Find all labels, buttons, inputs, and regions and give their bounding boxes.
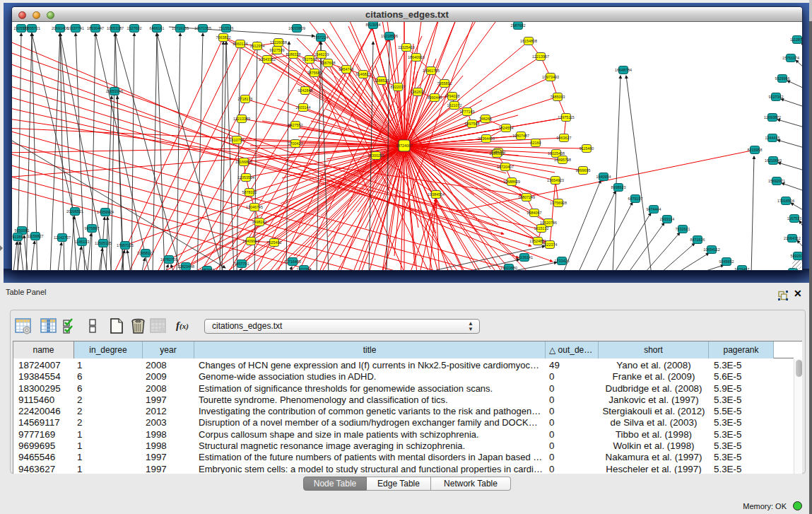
svg-text:13716485: 13716485	[284, 259, 301, 264]
svg-text:1733426: 1733426	[555, 259, 570, 263]
svg-text:16033809: 16033809	[288, 26, 305, 30]
svg-text:19218506: 19218506	[381, 34, 398, 38]
svg-text:29053346: 29053346	[106, 89, 123, 93]
svg-text:1167533: 1167533	[787, 216, 802, 221]
svg-text:18300295: 18300295	[367, 153, 384, 158]
svg-text:3913819: 3913819	[12, 235, 25, 239]
svg-text:2603144: 2603144	[296, 105, 311, 110]
svg-text:1145133: 1145133	[75, 240, 90, 244]
svg-text:7632621: 7632621	[676, 227, 690, 231]
svg-text:19166825: 19166825	[235, 160, 252, 164]
svg-text:18724007: 18724007	[396, 144, 413, 148]
svg-text:16648784: 16648784	[615, 68, 632, 72]
svg-text:9777169: 9777169	[460, 110, 475, 114]
svg-text:6479197: 6479197	[628, 197, 643, 201]
svg-text:19756928: 19756928	[550, 201, 567, 205]
svg-text:12823448: 12823448	[177, 264, 194, 269]
svg-text:1610755: 1610755	[230, 138, 245, 142]
svg-text:15692971: 15692971	[768, 179, 785, 183]
svg-text:2718176: 2718176	[238, 97, 253, 101]
svg-text:17016504: 17016504	[777, 199, 794, 203]
svg-text:1527602: 1527602	[127, 26, 142, 30]
svg-text:20364436: 20364436	[478, 136, 495, 141]
svg-text:8454749: 8454749	[339, 67, 354, 71]
svg-text:1615132: 1615132	[534, 226, 549, 230]
svg-text:11156827: 11156827	[27, 234, 43, 238]
svg-text:9329966: 9329966	[775, 76, 790, 81]
svg-text:9115460: 9115460	[579, 146, 594, 151]
svg-text:1621072: 1621072	[447, 103, 462, 107]
svg-text:7485003: 7485003	[551, 95, 565, 99]
svg-text:2987682: 2987682	[511, 23, 526, 28]
svg-text:12213967: 12213967	[532, 54, 549, 59]
svg-text:21064312: 21064312	[784, 236, 801, 240]
svg-text:14136141: 14136141	[516, 255, 533, 259]
svg-text:16961755: 16961755	[423, 69, 440, 73]
svg-text:9975887: 9975887	[85, 226, 100, 230]
svg-text:8215958: 8215958	[748, 148, 763, 152]
svg-text:10654112: 10654112	[703, 247, 720, 252]
svg-text:5878332: 5878332	[242, 190, 257, 194]
svg-text:10543362: 10543362	[259, 57, 276, 62]
svg-text:16495798: 16495798	[554, 158, 571, 162]
svg-text:8938923: 8938923	[611, 185, 626, 189]
svg-text:17957225: 17957225	[117, 243, 134, 247]
svg-text:15720407: 15720407	[497, 165, 514, 169]
svg-text:6466161: 6466161	[150, 26, 165, 30]
svg-text:12142737: 12142737	[54, 235, 71, 240]
svg-text:9350061: 9350061	[15, 228, 30, 233]
svg-text:8471636: 8471636	[690, 238, 705, 242]
svg-text:10719155: 10719155	[172, 26, 189, 30]
svg-text:12975115: 12975115	[558, 115, 575, 119]
svg-text:10671355: 10671355	[194, 26, 211, 30]
svg-text:9327509: 9327509	[270, 48, 285, 52]
svg-text:9474444: 9474444	[647, 207, 661, 211]
svg-text:10025438: 10025438	[548, 151, 565, 156]
svg-text:10807487: 10807487	[512, 134, 529, 138]
svg-text:10973493: 10973493	[542, 75, 559, 79]
svg-text:9329467: 9329467	[735, 267, 750, 270]
svg-text:19384554: 19384554	[428, 192, 445, 197]
svg-text:12505135: 12505135	[95, 241, 112, 245]
svg-text:16210643: 16210643	[765, 158, 782, 163]
svg-text:9146821: 9146821	[356, 72, 371, 76]
svg-text:3498242: 3498242	[252, 220, 267, 224]
svg-text:1244415: 1244415	[765, 136, 780, 140]
svg-text:9227342: 9227342	[769, 95, 784, 99]
svg-text:9242848: 9242848	[298, 88, 313, 93]
svg-text:3912954: 3912954	[250, 44, 265, 48]
svg-text:12353594: 12353594	[237, 175, 254, 180]
svg-text:6794028: 6794028	[445, 94, 460, 98]
svg-text:8322037: 8322037	[391, 85, 406, 89]
svg-text:8186328: 8186328	[286, 52, 301, 57]
svg-text:20206521: 20206521	[66, 209, 83, 214]
svg-text:2367608: 2367608	[321, 61, 336, 65]
svg-text:5692971: 5692971	[791, 254, 803, 258]
svg-text:10688639: 10688639	[503, 180, 520, 184]
svg-text:17359924: 17359924	[97, 210, 114, 214]
svg-text:7955812: 7955812	[437, 81, 452, 86]
svg-text:8660124: 8660124	[233, 42, 248, 46]
svg-text:7515526: 7515526	[219, 26, 234, 30]
svg-text:12213389: 12213389	[233, 117, 250, 121]
svg-text:62160: 62160	[531, 141, 541, 145]
svg-text:7625402: 7625402	[267, 240, 282, 245]
svg-text:7663822: 7663822	[216, 35, 231, 40]
svg-text:9899695: 9899695	[576, 168, 591, 173]
svg-text:1282999: 1282999	[200, 268, 215, 270]
svg-text:1588520: 1588520	[375, 78, 389, 83]
svg-text:16154808: 16154808	[520, 39, 537, 43]
svg-text:13023880: 13023880	[500, 266, 517, 270]
svg-text:1546219: 1546219	[314, 52, 329, 57]
svg-text:1640954: 1640954	[596, 175, 611, 179]
svg-text:9457791: 9457791	[235, 262, 249, 266]
svg-text:3824554: 3824554	[499, 126, 514, 130]
svg-text:9327508: 9327508	[302, 57, 317, 62]
svg-text:10653287: 10653287	[107, 26, 124, 30]
svg-text:12093872: 12093872	[764, 115, 781, 119]
svg-text:16409941: 16409941	[242, 239, 259, 243]
svg-text:18640910: 18640910	[408, 55, 425, 59]
svg-text:9384067: 9384067	[527, 211, 542, 215]
svg-text:19337741: 19337741	[67, 26, 84, 30]
svg-text:1362615: 1362615	[411, 90, 425, 94]
